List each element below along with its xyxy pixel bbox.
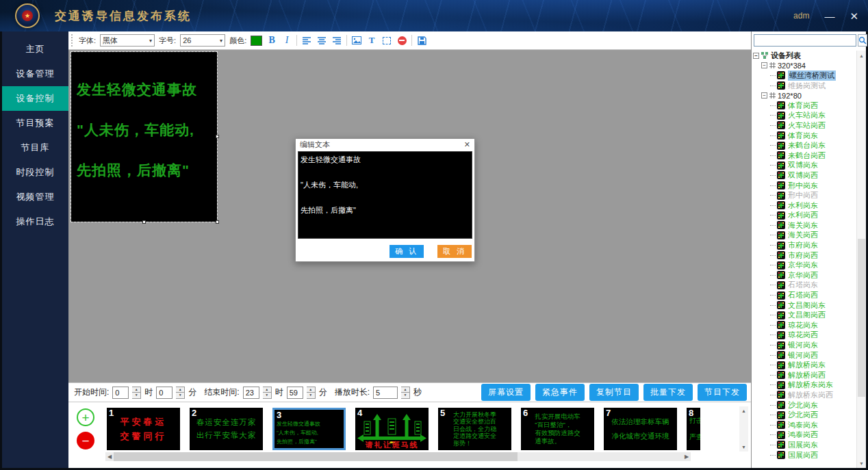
- sidebar-item-period-control[interactable]: 时段控制: [2, 160, 68, 185]
- start-hour-stepper[interactable]: ▲▼: [132, 387, 141, 399]
- emergency-event-button[interactable]: 紧急事件: [535, 384, 585, 401]
- batch-send-button[interactable]: 批量下发: [643, 384, 693, 401]
- playlist-thumb-3[interactable]: 3发生轻微交通事故"人未伤，车能动,先拍照，后撤离": [272, 408, 346, 450]
- tree-device-item[interactable]: 海关岗东: [753, 220, 856, 231]
- start-minute-stepper[interactable]: ▲▼: [176, 387, 185, 399]
- program-send-button[interactable]: 节目下发: [698, 384, 747, 401]
- save-icon[interactable]: [416, 34, 427, 47]
- scroll-down-icon[interactable]: ▼: [739, 443, 748, 452]
- marquee-region-icon[interactable]: [381, 34, 392, 47]
- sidebar-item-device-manage[interactable]: 设备管理: [2, 62, 68, 86]
- tree-group-192x80[interactable]: −192*80: [753, 90, 856, 101]
- led-preview-panel[interactable]: 发生轻微交通事故 "人未伤，车能动, 先拍照，后撤离": [71, 52, 217, 222]
- tree-device-item[interactable]: 鸿泰岗西: [753, 430, 856, 441]
- collapse-icon[interactable]: −: [761, 62, 767, 68]
- close-icon[interactable]: ✕: [850, 11, 858, 21]
- user-name[interactable]: adm: [793, 11, 809, 21]
- tree-device-item[interactable]: 解放桥东岗西: [753, 390, 856, 400]
- tree-device-item[interactable]: 双博岗东: [753, 161, 856, 171]
- tree-device-item[interactable]: 京华岗西: [753, 270, 856, 280]
- sidebar-item-device-control[interactable]: 设备控制: [2, 86, 68, 111]
- end-hour-stepper[interactable]: ▲▼: [263, 387, 272, 399]
- thumbnail-vertical-scrollbar[interactable]: ▲ ▼: [739, 406, 748, 452]
- tree-device-item[interactable]: 石塔岗西: [753, 290, 856, 300]
- insert-text-icon[interactable]: T: [366, 34, 377, 47]
- duration-input[interactable]: 5: [373, 387, 398, 399]
- scroll-up-icon[interactable]: ▲: [739, 406, 748, 415]
- playlist-thumb-7[interactable]: 7依法治理非标车辆净化城市交通环境: [604, 408, 677, 450]
- end-hour-input[interactable]: 23: [243, 387, 259, 399]
- font-size-select[interactable]: 26 ▾: [180, 34, 225, 47]
- end-minute-input[interactable]: 59: [287, 387, 303, 399]
- tree-device-item[interactable]: 沙北岗东: [753, 400, 856, 410]
- tree-device-item[interactable]: 文昌阁岗东: [753, 300, 856, 311]
- tree-device-item[interactable]: 琼花岗东: [753, 320, 856, 330]
- tree-device-item[interactable]: 沙北岗西: [753, 410, 856, 420]
- tree-device-item[interactable]: 解放桥岗西: [753, 370, 856, 380]
- color-swatch[interactable]: [251, 36, 262, 46]
- add-program-button[interactable]: +: [77, 408, 94, 426]
- tree-device-item[interactable]: 维扬岗测试: [753, 81, 856, 91]
- playlist-thumb-5[interactable]: 5大力开展秋冬季交通安全整治百日会战，全力稳定道路交通安全形势！: [438, 408, 511, 450]
- bold-button[interactable]: B: [266, 34, 277, 47]
- tree-device-item[interactable]: 体育岗东: [753, 131, 856, 141]
- tree-device-item[interactable]: 火车站岗西: [753, 120, 856, 131]
- thumbnail-horizontal-scrollbar[interactable]: ◀ ▶: [105, 452, 691, 461]
- tree-device-item[interactable]: 银河岗西: [753, 350, 856, 361]
- tree-device-item[interactable]: 水利岗西: [753, 211, 856, 221]
- scroll-up-icon[interactable]: ▲: [857, 51, 866, 60]
- duration-stepper[interactable]: ▲▼: [401, 387, 410, 399]
- sidebar-item-home[interactable]: 主页: [2, 37, 68, 62]
- tree-device-item[interactable]: 解放桥岗东: [753, 360, 856, 370]
- dialog-close-icon[interactable]: ✕: [464, 140, 470, 149]
- remove-program-button[interactable]: −: [77, 432, 94, 449]
- playlist-thumb-8[interactable]: 8打击改装"灯严查严处"机: [687, 408, 700, 450]
- sidebar-item-program-plan[interactable]: 节目预案: [2, 111, 68, 135]
- confirm-button[interactable]: 确 认: [390, 245, 424, 258]
- scroll-right-icon[interactable]: ▶: [682, 452, 691, 461]
- playlist-thumb-1[interactable]: 1平安春运交警同行: [107, 408, 180, 450]
- tree-device-item[interactable]: 国展岗西: [753, 450, 856, 460]
- screen-settings-button[interactable]: 屏幕设置: [481, 384, 531, 401]
- tree-device-item[interactable]: 银河岗东: [753, 340, 856, 350]
- scroll-down-icon[interactable]: ▼: [857, 458, 866, 468]
- tree-device-item[interactable]: 来鹤台岗西: [753, 151, 856, 161]
- collapse-icon[interactable]: −: [761, 92, 767, 99]
- tree-device-item[interactable]: 琼花岗西: [753, 330, 856, 341]
- sidebar-item-program-library[interactable]: 节目库: [2, 135, 68, 160]
- tree-root[interactable]: −设备列表: [753, 51, 856, 61]
- dialog-textarea[interactable]: 发生轻微交通事故 "人未伤，车能动, 先拍照，后撤离": [298, 151, 472, 239]
- start-minute-input[interactable]: 0: [156, 387, 173, 399]
- search-button[interactable]: [858, 34, 867, 47]
- delete-item-icon[interactable]: [396, 34, 407, 47]
- tree-group-320x384[interactable]: −320*384: [753, 61, 856, 71]
- design-canvas[interactable]: 发生轻微交通事故 "人未伤，车能动, 先拍照，后撤离" 编辑文本 ✕ 发生轻微交…: [68, 50, 751, 382]
- start-hour-input[interactable]: 0: [112, 387, 129, 399]
- tree-device-item[interactable]: 文昌阁岗西: [753, 310, 856, 320]
- end-minute-stepper[interactable]: ▲▼: [307, 387, 316, 399]
- tree-device-item[interactable]: 国展岗东: [753, 440, 856, 450]
- sidebar-item-operation-log[interactable]: 操作日志: [2, 209, 68, 234]
- align-center-icon[interactable]: [316, 34, 327, 47]
- tree-device-item[interactable]: 解放桥东岗东: [753, 380, 856, 391]
- font-select[interactable]: 黑体 ▾: [100, 34, 155, 47]
- sidebar-item-video-manage[interactable]: 视频管理: [2, 185, 68, 209]
- italic-button[interactable]: I: [281, 34, 292, 47]
- tree-device-item[interactable]: 市府岗西: [753, 250, 856, 261]
- collapse-icon[interactable]: −: [753, 53, 759, 59]
- scroll-left-icon[interactable]: ◀: [105, 452, 114, 461]
- tree-device-item[interactable]: 水利岗东: [753, 200, 856, 211]
- scrollbar-thumb[interactable]: [858, 239, 865, 397]
- tree-device-item[interactable]: 体育岗西: [753, 101, 856, 111]
- tree-device-item[interactable]: 邢中岗东: [753, 181, 856, 191]
- tree-device-item[interactable]: 螺丝湾桥测试: [753, 70, 856, 81]
- resize-handle[interactable]: [216, 135, 219, 138]
- playlist-thumb-4[interactable]: 4请礼让斑马线: [355, 408, 429, 450]
- tree-device-item[interactable]: 石塔岗东: [753, 280, 856, 291]
- minimize-icon[interactable]: —: [824, 11, 834, 21]
- tree-device-item[interactable]: 邢中岗西: [753, 190, 856, 200]
- device-search-input[interactable]: [754, 34, 856, 47]
- copy-program-button[interactable]: 复制节目: [589, 384, 639, 401]
- tree-device-item[interactable]: 双博岗西: [753, 170, 856, 181]
- tree-device-item[interactable]: 市府岗东: [753, 240, 856, 250]
